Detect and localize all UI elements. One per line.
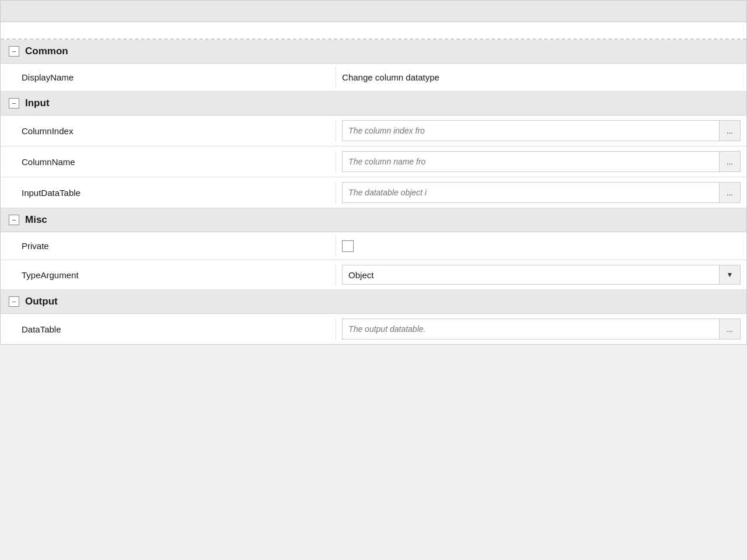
property-value-input-0[interactable]: ... bbox=[336, 116, 746, 146]
property-row-input-1: ColumnName ... bbox=[1, 146, 746, 177]
property-row-misc-1: TypeArgument ObjectStringInt32BooleanDou… bbox=[1, 260, 746, 290]
property-name-input-1: ColumnName bbox=[1, 151, 336, 173]
property-row-common-0: DisplayName Change column datatype bbox=[1, 64, 746, 92]
dropdown-misc-1[interactable]: ObjectStringInt32BooleanDoubleDateTime bbox=[342, 265, 720, 285]
input-with-button-input-1: ... bbox=[342, 151, 741, 172]
section-header-common[interactable]: − Common bbox=[1, 40, 746, 64]
property-name-output-0: DataTable bbox=[1, 318, 336, 340]
dropdown-arrow-icon: ▼ bbox=[720, 265, 741, 285]
activity-title bbox=[1, 22, 746, 40]
ellipsis-button-input-0[interactable]: ... bbox=[719, 121, 740, 141]
section-header-output[interactable]: − Output bbox=[1, 290, 746, 314]
properties-panel: − Common DisplayName Change column datat… bbox=[0, 0, 747, 345]
property-value-output-0[interactable]: ... bbox=[336, 314, 746, 344]
section-label-input: Input bbox=[25, 97, 50, 109]
section-header-input[interactable]: − Input bbox=[1, 92, 746, 116]
ellipsis-button-input-2[interactable]: ... bbox=[719, 183, 740, 202]
property-row-input-0: ColumnIndex ... bbox=[1, 116, 746, 146]
add-icon[interactable] bbox=[727, 5, 738, 17]
property-row-input-2: InputDataTable ... bbox=[1, 177, 746, 208]
input-with-button-input-2: ... bbox=[342, 182, 741, 203]
input-field-output-0[interactable] bbox=[343, 319, 719, 339]
section-label-common: Common bbox=[25, 46, 68, 57]
collapse-icon[interactable] bbox=[711, 5, 723, 17]
property-row-misc-0: Private bbox=[1, 232, 746, 260]
property-name-input-0: ColumnIndex bbox=[1, 120, 336, 142]
section-toggle-output[interactable]: − bbox=[9, 296, 19, 307]
input-field-input-0[interactable] bbox=[343, 121, 719, 141]
panel-header bbox=[1, 1, 746, 22]
property-name-misc-0: Private bbox=[1, 235, 336, 257]
input-with-button-output-0: ... bbox=[342, 318, 741, 340]
section-toggle-common[interactable]: − bbox=[9, 46, 19, 57]
panel-header-icons bbox=[711, 5, 738, 17]
property-value-misc-0[interactable] bbox=[336, 236, 746, 257]
ellipsis-button-input-1[interactable]: ... bbox=[719, 152, 740, 172]
property-value-misc-1[interactable]: ObjectStringInt32BooleanDoubleDateTime ▼ bbox=[336, 260, 746, 289]
input-field-input-1[interactable] bbox=[343, 152, 719, 172]
section-header-misc[interactable]: − Misc bbox=[1, 208, 746, 232]
property-value-input-1[interactable]: ... bbox=[336, 146, 746, 177]
checkbox-misc-0[interactable] bbox=[342, 240, 354, 252]
property-value-input-2[interactable]: ... bbox=[336, 177, 746, 208]
property-row-output-0: DataTable ... bbox=[1, 314, 746, 344]
section-toggle-misc[interactable]: − bbox=[9, 215, 19, 225]
section-label-misc: Misc bbox=[25, 214, 47, 226]
property-name-input-2: InputDataTable bbox=[1, 182, 336, 204]
display-name-value: Change column datatype bbox=[342, 72, 439, 82]
input-with-button-input-0: ... bbox=[342, 120, 741, 141]
property-name-misc-1: TypeArgument bbox=[1, 264, 336, 286]
property-value-common-0: Change column datatype bbox=[336, 68, 746, 87]
section-label-output: Output bbox=[25, 296, 58, 307]
ellipsis-button-output-0[interactable]: ... bbox=[719, 319, 740, 339]
dropdown-container-misc-1: ObjectStringInt32BooleanDoubleDateTime ▼ bbox=[342, 265, 741, 285]
property-name-common-0: DisplayName bbox=[1, 66, 336, 88]
input-field-input-2[interactable] bbox=[343, 183, 719, 202]
section-toggle-input[interactable]: − bbox=[9, 98, 19, 108]
sections-container: − Common DisplayName Change column datat… bbox=[1, 40, 746, 344]
